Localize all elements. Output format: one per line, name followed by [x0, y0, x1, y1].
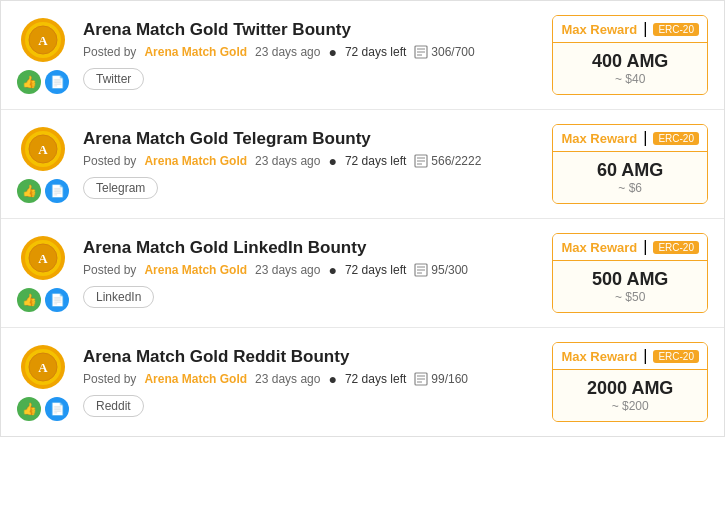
document-button[interactable]: 📄 — [45, 70, 69, 94]
days-left: 72 days left — [345, 45, 406, 59]
separator-dot: ● — [328, 153, 336, 169]
bounty-tag[interactable]: Telegram — [83, 177, 158, 199]
coin-area: A 👍 📄 — [17, 234, 69, 312]
max-reward-label: Max Reward — [561, 22, 637, 37]
max-reward-label: Max Reward — [561, 131, 637, 146]
reward-usd: ~ $40 — [565, 72, 695, 86]
coin-area: A 👍 📄 — [17, 16, 69, 94]
posted-ago: 23 days ago — [255, 372, 320, 386]
bounty-info: Arena Match Gold Reddit Bounty Posted by… — [83, 347, 552, 417]
separator: | — [643, 20, 647, 38]
bounty-title: Arena Match Gold Reddit Bounty — [83, 347, 552, 367]
document-button[interactable]: 📄 — [45, 288, 69, 312]
max-reward-label: Max Reward — [561, 240, 637, 255]
bounty-tag[interactable]: LinkedIn — [83, 286, 154, 308]
coin-icon: A — [19, 125, 67, 173]
bounty-item: A 👍 📄 Arena Match Gold Telegram Bounty P… — [1, 110, 724, 219]
reward-header: Max Reward | ERC-20 — [553, 16, 707, 43]
bounty-meta: Posted by Arena Match Gold 23 days ago ●… — [83, 371, 552, 387]
reward-amount: 400 AMG — [565, 51, 695, 72]
days-left: 72 days left — [345, 372, 406, 386]
separator-dot: ● — [328, 371, 336, 387]
bounty-item: A 👍 📄 Arena Match Gold Twitter Bounty Po… — [1, 1, 724, 110]
thumbs-up-button[interactable]: 👍 — [17, 288, 41, 312]
reward-amount: 500 AMG — [565, 269, 695, 290]
coin-icon: A — [19, 16, 67, 64]
bounty-title: Arena Match Gold LinkedIn Bounty — [83, 238, 552, 258]
document-button[interactable]: 📄 — [45, 397, 69, 421]
reward-usd: ~ $200 — [565, 399, 695, 413]
reward-body: 60 AMG ~ $6 — [553, 152, 707, 203]
reward-body: 2000 AMG ~ $200 — [553, 370, 707, 421]
separator: | — [643, 129, 647, 147]
coin-actions: 👍 📄 — [17, 70, 69, 94]
days-left: 72 days left — [345, 263, 406, 277]
author-link[interactable]: Arena Match Gold — [144, 154, 247, 168]
coin-actions: 👍 📄 — [17, 179, 69, 203]
bounty-title: Arena Match Gold Twitter Bounty — [83, 20, 552, 40]
reward-usd: ~ $50 — [565, 290, 695, 304]
submissions-icon — [414, 154, 428, 168]
submissions: 566/2222 — [414, 154, 481, 168]
coin-area: A 👍 📄 — [17, 125, 69, 203]
submissions: 95/300 — [414, 263, 468, 277]
bounty-meta: Posted by Arena Match Gold 23 days ago ●… — [83, 153, 552, 169]
bounty-info: Arena Match Gold Twitter Bounty Posted b… — [83, 20, 552, 90]
reward-box: Max Reward | ERC-20 500 AMG ~ $50 — [552, 233, 708, 313]
coin-actions: 👍 📄 — [17, 288, 69, 312]
reward-box: Max Reward | ERC-20 60 AMG ~ $6 — [552, 124, 708, 204]
bounty-tag[interactable]: Reddit — [83, 395, 144, 417]
separator-dot: ● — [328, 44, 336, 60]
author-link[interactable]: Arena Match Gold — [144, 372, 247, 386]
reward-amount: 60 AMG — [565, 160, 695, 181]
author-link[interactable]: Arena Match Gold — [144, 45, 247, 59]
submissions: 99/160 — [414, 372, 468, 386]
coin-actions: 👍 📄 — [17, 397, 69, 421]
coin-icon: A — [19, 343, 67, 391]
thumbs-up-button[interactable]: 👍 — [17, 70, 41, 94]
author-link[interactable]: Arena Match Gold — [144, 263, 247, 277]
reward-body: 500 AMG ~ $50 — [553, 261, 707, 312]
bounty-info: Arena Match Gold Telegram Bounty Posted … — [83, 129, 552, 199]
separator: | — [643, 238, 647, 256]
bounty-meta: Posted by Arena Match Gold 23 days ago ●… — [83, 44, 552, 60]
reward-box: Max Reward | ERC-20 2000 AMG ~ $200 — [552, 342, 708, 422]
erc-badge: ERC-20 — [653, 350, 699, 363]
svg-text:A: A — [38, 142, 48, 157]
posted-by-label: Posted by — [83, 263, 136, 277]
posted-ago: 23 days ago — [255, 45, 320, 59]
posted-by-label: Posted by — [83, 372, 136, 386]
submissions-icon — [414, 263, 428, 277]
thumbs-up-button[interactable]: 👍 — [17, 179, 41, 203]
reward-amount: 2000 AMG — [565, 378, 695, 399]
reward-usd: ~ $6 — [565, 181, 695, 195]
erc-badge: ERC-20 — [653, 23, 699, 36]
days-left: 72 days left — [345, 154, 406, 168]
posted-ago: 23 days ago — [255, 263, 320, 277]
separator-dot: ● — [328, 262, 336, 278]
reward-box: Max Reward | ERC-20 400 AMG ~ $40 — [552, 15, 708, 95]
coin-area: A 👍 📄 — [17, 343, 69, 421]
bounty-title: Arena Match Gold Telegram Bounty — [83, 129, 552, 149]
separator: | — [643, 347, 647, 365]
submissions-icon — [414, 45, 428, 59]
posted-by-label: Posted by — [83, 154, 136, 168]
max-reward-label: Max Reward — [561, 349, 637, 364]
thumbs-up-button[interactable]: 👍 — [17, 397, 41, 421]
document-button[interactable]: 📄 — [45, 179, 69, 203]
bounty-item: A 👍 📄 Arena Match Gold LinkedIn Bounty P… — [1, 219, 724, 328]
bounty-meta: Posted by Arena Match Gold 23 days ago ●… — [83, 262, 552, 278]
svg-text:A: A — [38, 251, 48, 266]
reward-header: Max Reward | ERC-20 — [553, 343, 707, 370]
coin-icon: A — [19, 234, 67, 282]
reward-header: Max Reward | ERC-20 — [553, 234, 707, 261]
erc-badge: ERC-20 — [653, 241, 699, 254]
bounty-tag[interactable]: Twitter — [83, 68, 144, 90]
svg-text:A: A — [38, 33, 48, 48]
submissions-icon — [414, 372, 428, 386]
bounty-list: A 👍 📄 Arena Match Gold Twitter Bounty Po… — [0, 0, 725, 437]
bounty-item: A 👍 📄 Arena Match Gold Reddit Bounty Pos… — [1, 328, 724, 436]
bounty-info: Arena Match Gold LinkedIn Bounty Posted … — [83, 238, 552, 308]
erc-badge: ERC-20 — [653, 132, 699, 145]
reward-header: Max Reward | ERC-20 — [553, 125, 707, 152]
